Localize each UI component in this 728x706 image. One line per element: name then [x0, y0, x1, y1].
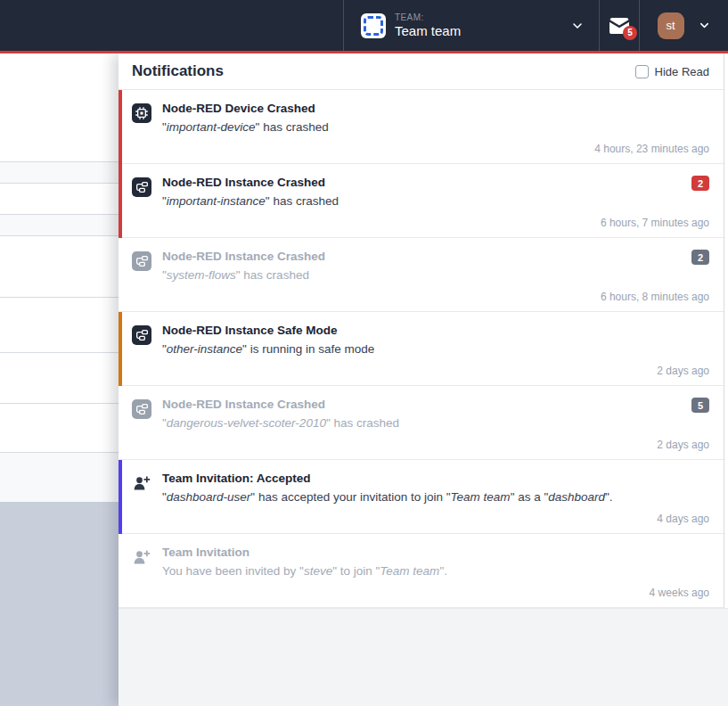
unread-count-badge: 5 [623, 26, 637, 40]
notification-title: Node-RED Device Crashed [162, 102, 709, 115]
notification-time: 6 hours, 8 minutes ago [601, 291, 709, 303]
notification-item[interactable]: Node-RED Instance Safe Mode "other-insta… [119, 312, 724, 386]
instance-icon [132, 325, 151, 345]
notification-title: Team Invitation: Accepted [162, 472, 709, 485]
notification-title: Node-RED Instance Crashed [162, 176, 709, 189]
notification-time: 2 days ago [657, 439, 709, 451]
avatar: st [658, 12, 684, 39]
chevron-down-icon [698, 19, 711, 32]
alert-banner [0, 51, 728, 53]
notification-time: 4 weeks ago [650, 587, 709, 599]
instance-icon [132, 251, 151, 271]
notification-badge: 5 [691, 398, 709, 413]
notifications-panel-header: Notifications Hide Read [119, 53, 724, 90]
instance-icon [132, 399, 151, 419]
notification-title: Node-RED Instance Safe Mode [162, 324, 709, 337]
notification-time: 4 hours, 23 minutes ago [594, 143, 709, 155]
notification-item[interactable]: Node-RED Device Crashed "important-devic… [119, 90, 724, 164]
notification-title: Node-RED Instance Crashed [162, 398, 709, 411]
notification-body: "dashboard-user" has accepted your invit… [162, 490, 709, 504]
top-navbar: TEAM: Team team 5 st [0, 0, 728, 51]
notification-body: "system-flows" has crashed [162, 268, 709, 282]
notification-item[interactable]: Node-RED Instance Crashed "dangerous-vel… [119, 386, 724, 460]
hide-read-toggle[interactable]: Hide Read [635, 65, 709, 78]
notification-time: 2 days ago [657, 365, 709, 377]
team-icon [361, 13, 386, 38]
notification-item[interactable]: Node-RED Instance Crashed "system-flows"… [119, 238, 724, 312]
notification-body: "important-instance" has crashed [162, 194, 709, 208]
hide-read-label: Hide Read [655, 65, 709, 78]
user-add-icon [132, 473, 151, 493]
instance-icon [132, 177, 151, 197]
notification-title: Team Invitation [162, 546, 709, 559]
notification-item[interactable]: Team Invitation You have been invited by… [119, 534, 724, 608]
app-window: TEAM: Team team 5 st [0, 0, 728, 706]
notification-title: Node-RED Instance Crashed [162, 250, 709, 263]
notification-body: "dangerous-velvet-scoter-2010" has crash… [162, 416, 709, 430]
device-icon [132, 103, 151, 123]
notification-body: "other-instance" is running in safe mode [162, 342, 709, 356]
user-add-icon [132, 547, 151, 567]
notification-list: Node-RED Device Crashed "important-devic… [119, 90, 724, 608]
user-menu[interactable]: st [640, 0, 728, 51]
notification-item[interactable]: Node-RED Instance Crashed "important-ins… [119, 164, 724, 238]
notification-badge: 2 [691, 176, 709, 191]
team-selector[interactable]: TEAM: Team team [343, 0, 599, 51]
notifications-button[interactable]: 5 [599, 0, 640, 51]
notification-time: 6 hours, 7 minutes ago [601, 217, 709, 229]
notification-item[interactable]: Team Invitation: Accepted "dashboard-use… [119, 460, 724, 534]
notification-body: "important-device" has crashed [162, 120, 709, 134]
chevron-down-icon [570, 19, 585, 33]
team-selector-text: TEAM: Team team [395, 12, 461, 38]
panel-footer-area [119, 608, 728, 706]
team-name: Team team [395, 23, 461, 38]
hide-read-checkbox[interactable] [635, 65, 649, 78]
team-label: TEAM: [395, 12, 461, 23]
notifications-panel: Notifications Hide Read Node-RED Device … [119, 53, 728, 706]
notification-time: 4 days ago [657, 513, 709, 525]
scrollbar-track[interactable] [724, 53, 728, 608]
notification-badge: 2 [691, 250, 709, 265]
page-title: Notifications [132, 62, 224, 80]
notification-body: You have been invited by "steve" to join… [162, 564, 709, 578]
